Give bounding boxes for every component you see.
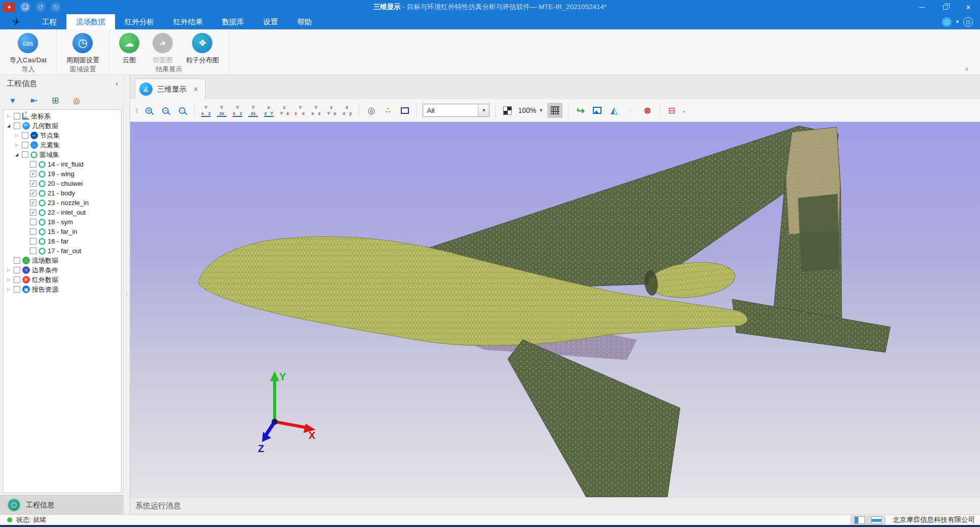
chevron-down-icon[interactable]: ▼ [955, 19, 960, 24]
expander-icon[interactable] [14, 133, 20, 138]
menu-tab[interactable]: 数据库 [212, 14, 254, 29]
tree-item[interactable]: 流场数据 [4, 256, 121, 265]
tree-item[interactable]: 元素集 [4, 140, 121, 150]
layout-split-icon[interactable] [854, 516, 865, 524]
panel-splitter[interactable]: ⁞ [123, 75, 130, 514]
expander-icon[interactable] [14, 143, 20, 147]
tree-item-checkbox[interactable] [30, 238, 36, 245]
mirror-icon[interactable]: ◭ [608, 104, 620, 117]
grid-toggle-button[interactable] [547, 103, 562, 118]
about-icon[interactable]: ◫ [963, 17, 973, 27]
zoom-level-dropdown[interactable]: 100% ▼ [518, 106, 543, 114]
tree-item[interactable]: 红外数据 [4, 275, 121, 285]
expander-icon[interactable] [6, 268, 12, 272]
close-button[interactable]: ✕ [957, 0, 980, 14]
menu-tab[interactable]: 设置 [254, 14, 288, 29]
expander-icon[interactable] [6, 124, 12, 128]
toolbar-grip[interactable]: ‖ [135, 107, 138, 114]
camera-icon[interactable]: ◎ [365, 104, 378, 117]
tree-item[interactable]: 19 - wing [4, 169, 121, 179]
tree-item[interactable]: 边界条件 [4, 265, 121, 275]
tree-item-checkbox[interactable] [30, 171, 36, 177]
collapse-all-icon[interactable]: ⇤ [28, 95, 40, 106]
package-icon[interactable]: ⊟ [665, 104, 678, 117]
tree-item[interactable]: 22 - inlet_out [4, 208, 121, 217]
tree-item-checkbox[interactable] [14, 113, 20, 119]
menu-tab[interactable]: 工程 [32, 14, 66, 29]
view-right-icon[interactable]: Yxz [247, 105, 259, 116]
menu-tab[interactable]: 帮助 [288, 14, 322, 29]
view-bottom-icon[interactable]: zYx [279, 105, 290, 116]
view-iso-4-icon[interactable]: zxy [342, 105, 353, 116]
expander-icon[interactable] [6, 287, 12, 292]
tree-item[interactable]: 17 - far_out [4, 246, 121, 256]
panel-footer-project-info[interactable]: ⬡ 工程信息 [0, 495, 123, 514]
tree-item-checkbox[interactable] [30, 161, 36, 168]
grid-view-icon[interactable]: ⊞ [50, 95, 61, 106]
tree-item-checkbox[interactable] [30, 228, 36, 235]
tree-item-checkbox[interactable] [30, 209, 36, 216]
transparency-icon[interactable] [501, 104, 514, 117]
display-filter-select[interactable]: All ▼ [423, 104, 489, 117]
box-select-icon[interactable] [398, 104, 411, 117]
menu-tab[interactable]: 流场数据 [66, 14, 115, 29]
chevron-down-icon[interactable]: ⌄ [682, 108, 686, 113]
expander-icon[interactable] [14, 152, 20, 157]
tree-item-checkbox[interactable] [30, 248, 36, 254]
tree-item-checkbox[interactable] [14, 276, 20, 283]
tree-item-checkbox[interactable] [30, 190, 36, 196]
tree-item-checkbox[interactable] [14, 123, 20, 129]
tree-item[interactable]: 几何数据 [4, 121, 121, 131]
view-left-icon[interactable]: Yxz [232, 105, 243, 116]
tree-item[interactable]: 面域集 [4, 150, 121, 159]
redo-icon[interactable]: ↻ [51, 2, 61, 12]
tree-item-checkbox[interactable] [22, 132, 28, 139]
expander-icon[interactable] [6, 114, 12, 118]
tree-item[interactable]: 节点集 [4, 131, 121, 140]
save-document-icon[interactable]: ❏ [20, 2, 30, 12]
tab-3d-view[interactable]: ∡ 三维显示 ✕ [135, 78, 206, 99]
ribbon-collapse-icon[interactable]: ∧ [965, 66, 969, 72]
tab-close-icon[interactable]: ✕ [193, 86, 199, 93]
export-arrow-icon[interactable]: ↪ [574, 104, 587, 117]
menu-tab[interactable]: 红外分析 [115, 14, 164, 29]
particle-points-icon[interactable]: ∴ [382, 104, 394, 117]
ring-nodes-icon[interactable]: ◌ [624, 104, 637, 117]
cancel-icon[interactable]: ⊗ [641, 104, 654, 117]
tree-item[interactable]: 14 - int_fluid [4, 159, 121, 169]
ribbon-button[interactable]: 粒子分布图 [179, 33, 225, 65]
tree-item-checkbox[interactable] [14, 286, 20, 293]
ribbon-button[interactable]: 云图 [112, 33, 146, 65]
tree-item-checkbox[interactable] [30, 219, 36, 225]
ribbon-button[interactable]: 周期面设置 [60, 33, 106, 65]
snapshot-icon[interactable] [591, 104, 604, 117]
tree-item[interactable]: 坐标系 [4, 111, 121, 121]
locate-icon[interactable]: ◎ [71, 95, 82, 106]
expander-icon[interactable] [6, 277, 12, 282]
zoom-fit-icon[interactable]: ▫ [176, 104, 189, 117]
combo-dropdown-icon[interactable]: ▼ [478, 104, 489, 116]
tree-item-checkbox[interactable] [30, 199, 36, 206]
minimize-button[interactable] [910, 0, 933, 14]
layout-band-icon[interactable] [871, 516, 882, 524]
view-top-icon[interactable]: xzY [263, 105, 275, 116]
tree-item-checkbox[interactable] [22, 142, 28, 148]
window-layout-icon[interactable]: ▢ [942, 17, 952, 27]
tree-item-checkbox[interactable] [14, 257, 20, 264]
viewport-3d[interactable]: Y X Z [130, 122, 980, 497]
panel-collapse-icon[interactable]: ‹ [116, 79, 118, 88]
tree-item-checkbox[interactable] [14, 267, 20, 273]
app-menu-button[interactable]: ✦ [3, 3, 15, 12]
filter-icon[interactable]: ▼ [7, 95, 18, 106]
view-iso-2-icon[interactable]: Yxz [310, 105, 322, 116]
view-front-icon[interactable]: Yxz [200, 105, 212, 116]
tree-item-checkbox[interactable] [30, 180, 36, 187]
view-iso-3-icon[interactable]: zYx [326, 105, 337, 116]
undo-icon[interactable]: ↺ [35, 2, 46, 12]
menu-tab[interactable]: 红外结果 [164, 14, 212, 29]
zoom-in-icon[interactable]: + [142, 104, 155, 117]
tree-item[interactable]: 23 - nozzle_in [4, 198, 121, 208]
tree-item-checkbox[interactable] [22, 151, 28, 158]
maximize-button[interactable] [933, 0, 957, 14]
tree-item[interactable]: 21 - body [4, 188, 121, 198]
